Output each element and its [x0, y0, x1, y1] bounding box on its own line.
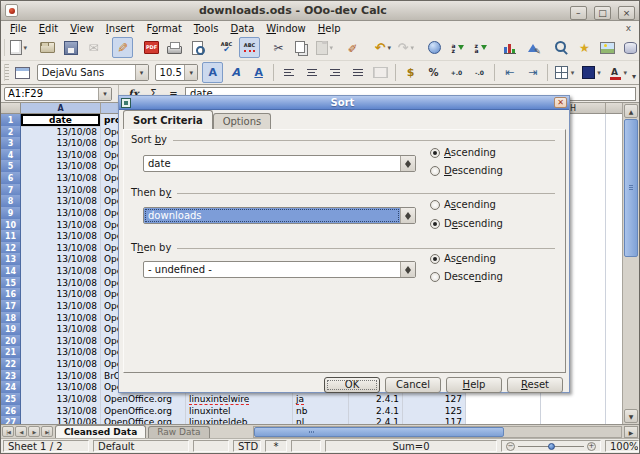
then-by-1-descending-label[interactable]: Descending: [444, 218, 503, 229]
merge-cells-button[interactable]: [370, 62, 391, 83]
font-size-dropdown-icon[interactable]: ▾: [184, 65, 197, 80]
column-header-A[interactable]: A: [21, 103, 101, 114]
ok-button[interactable]: OK: [324, 377, 380, 393]
status-selection-mode[interactable]: STD: [233, 440, 261, 452]
menu-item-view[interactable]: View: [64, 23, 100, 34]
menu-item-insert[interactable]: Insert: [100, 23, 141, 34]
then-by-2-descending-label[interactable]: Descending: [444, 271, 503, 282]
then-by-1-ascending-radio[interactable]: [430, 200, 440, 210]
name-box-dropdown-icon[interactable]: ▾: [98, 88, 111, 100]
align-center-button[interactable]: [301, 62, 322, 83]
sheet-tab-raw-data[interactable]: Raw Data: [148, 426, 209, 438]
borders-button[interactable]: ▾: [552, 62, 576, 83]
currency-button[interactable]: [400, 62, 421, 83]
then-by-2-descending-radio[interactable]: [430, 272, 440, 282]
sheet-tab-cleansed-data[interactable]: Cleansed Data: [55, 425, 146, 438]
save-button[interactable]: [60, 37, 81, 58]
scroll-up-icon[interactable]: ▲: [624, 104, 638, 118]
cell-A27[interactable]: 13/10/08: [21, 416, 101, 424]
spellcheck-button[interactable]: [216, 37, 237, 58]
sort-by-descending-label[interactable]: Descending: [444, 165, 503, 176]
sort-dialog-titlebar[interactable]: Sort ✕: [119, 96, 569, 110]
cell-E27[interactable]: 2.4.1: [349, 416, 403, 424]
combo-spinner[interactable]: [400, 156, 415, 171]
last-sheet-button[interactable]: ▶|: [41, 426, 53, 437]
background-color-button[interactable]: ▾: [578, 62, 602, 83]
gallery-button[interactable]: [597, 37, 618, 58]
minimize-button[interactable]: –: [570, 6, 587, 20]
open-button[interactable]: [37, 37, 58, 58]
undo-button[interactable]: ▾: [372, 37, 393, 58]
bold-button[interactable]: [202, 62, 223, 83]
zoom-slider-handle[interactable]: [548, 443, 555, 450]
paste-button[interactable]: ▾: [314, 37, 335, 58]
sort-by-descending-radio[interactable]: [430, 166, 440, 176]
add-decimal-button[interactable]: [446, 62, 467, 83]
insert-table-button[interactable]: [12, 62, 33, 83]
dialog-close-icon[interactable]: ✕: [554, 97, 567, 108]
cell-F27[interactable]: 117: [403, 416, 466, 424]
font-size-combo[interactable]: 10.5▾: [155, 64, 199, 81]
decrease-indent-button[interactable]: [499, 62, 520, 83]
italic-button[interactable]: [225, 62, 246, 83]
then-by-1-ascending-label[interactable]: Ascending: [444, 199, 496, 210]
increase-indent-button[interactable]: [522, 62, 543, 83]
row-header-27[interactable]: 27: [1, 416, 21, 424]
toolbar-grip[interactable]: [4, 39, 5, 57]
menu-item-file[interactable]: File: [4, 23, 33, 34]
cancel-button[interactable]: Cancel: [385, 377, 441, 393]
tab-sort-criteria[interactable]: Sort Criteria: [123, 110, 213, 129]
maximize-button[interactable]: □: [594, 6, 611, 20]
delete-decimal-button[interactable]: [469, 62, 490, 83]
align-justified-button[interactable]: [347, 62, 368, 83]
cell-H27[interactable]: [541, 416, 606, 424]
sort-ascending-button[interactable]: [447, 37, 468, 58]
navigator-button[interactable]: [574, 37, 595, 58]
scroll-down-icon[interactable]: ▼: [624, 409, 638, 423]
align-right-button[interactable]: [324, 62, 345, 83]
sort-by-ascending-radio[interactable]: [430, 148, 440, 158]
zoom-slider[interactable]: − +: [501, 440, 601, 452]
close-button[interactable]: ×: [618, 6, 635, 20]
insert-chart-button[interactable]: [499, 37, 520, 58]
cell-A1[interactable]: date: [21, 114, 101, 127]
next-sheet-button[interactable]: ▶: [28, 426, 40, 437]
horizontal-scrollbar-thumb[interactable]: [254, 427, 504, 437]
help-button[interactable]: Help: [446, 377, 502, 393]
menu-item-help[interactable]: Help: [312, 23, 347, 34]
toolbar-grip[interactable]: [4, 64, 9, 80]
zoom-in-icon[interactable]: +: [587, 442, 596, 451]
print-button[interactable]: [164, 37, 185, 58]
align-left-button[interactable]: [278, 62, 299, 83]
scroll-right-icon[interactable]: ▶: [624, 426, 638, 438]
cell-C27[interactable]: linuxinteldeb: [186, 416, 293, 424]
find-replace-button[interactable]: [551, 37, 572, 58]
status-page-style[interactable]: Default: [93, 440, 189, 452]
copy-button[interactable]: [291, 37, 312, 58]
horizontal-scrollbar[interactable]: [253, 426, 622, 438]
edit-file-button[interactable]: [112, 37, 133, 58]
new-button[interactable]: ▾: [8, 37, 29, 58]
email-button[interactable]: [83, 37, 104, 58]
menu-item-tools[interactable]: Tools: [188, 23, 225, 34]
data-sources-button[interactable]: [620, 37, 639, 58]
status-sum[interactable]: Sum=0: [325, 440, 497, 452]
sort-by-ascending-label[interactable]: Ascending: [444, 147, 496, 158]
menu-item-format[interactable]: Format: [141, 23, 188, 34]
previous-sheet-button[interactable]: ◀: [15, 426, 27, 437]
combo-spinner[interactable]: [400, 208, 415, 223]
draw-functions-button[interactable]: [522, 37, 543, 58]
tab-options[interactable]: Options: [213, 113, 272, 129]
menu-item-window[interactable]: Window: [260, 23, 311, 34]
window-titlebar[interactable]: downloads.ods - OOo-dev Calc – □ ×: [1, 1, 639, 21]
sort-descending-button[interactable]: [470, 37, 491, 58]
zoom-slider-track[interactable]: [518, 446, 584, 447]
first-sheet-button[interactable]: |◀: [2, 426, 14, 437]
select-all-corner[interactable]: [1, 103, 21, 114]
menu-item-edit[interactable]: Edit: [33, 23, 64, 34]
sort-by-combo[interactable]: date: [143, 155, 416, 172]
vertical-scrollbar[interactable]: ▲ ▼: [622, 103, 639, 424]
export-pdf-button[interactable]: [141, 37, 162, 58]
name-box[interactable]: A1:F29 ▾: [4, 87, 112, 101]
font-color-button[interactable]: ▾: [605, 62, 629, 83]
